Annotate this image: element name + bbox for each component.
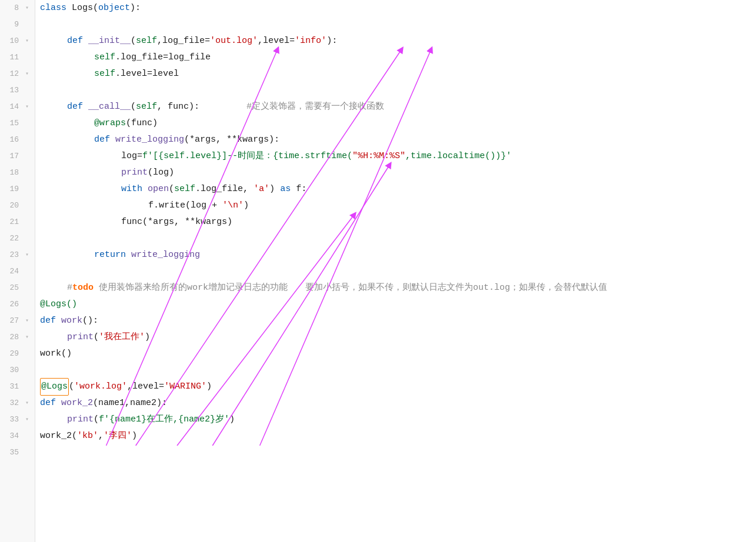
- comment-25-text: 使用装饰器来给所有的work增加记录日志的功能 要加小括号，如果不传，则默认日志…: [99, 280, 607, 296]
- code-line-30: [40, 362, 756, 379]
- fn-print-33: print: [67, 411, 94, 428]
- keyword-with: with: [121, 181, 148, 198]
- fold-31: [22, 382, 32, 392]
- decorator-logs-26: @Logs(): [40, 296, 77, 313]
- fold-17: [22, 152, 32, 161]
- line-num-21: 21: [0, 214, 22, 230]
- keyword-object: object: [98, 0, 130, 16]
- fold-10[interactable]: ▾: [22, 36, 32, 46]
- code-line-8: class Logs(object):: [40, 0, 756, 16]
- fold-19: [22, 185, 32, 194]
- comment-14: #定义装饰器，需要有一个接收函数: [247, 99, 384, 115]
- self-17: self: [164, 148, 185, 165]
- fn-call: __call__: [88, 99, 131, 115]
- fold-32[interactable]: ▾: [22, 399, 32, 408]
- todo-keyword: todo: [72, 280, 99, 296]
- code-line-18: print(log): [40, 165, 756, 181]
- decorator-logs-31: @Logs: [41, 382, 68, 392]
- line-num-10: 10: [0, 33, 22, 49]
- fold-20: [22, 201, 32, 210]
- line-num-33: 33: [0, 411, 22, 428]
- fold-25: [22, 283, 32, 293]
- fold-27[interactable]: ▾: [22, 316, 32, 326]
- fn-write-logging: write_logging: [115, 132, 184, 148]
- fn-open: open: [148, 181, 169, 198]
- fold-12[interactable]: ▾: [22, 69, 32, 79]
- str-kb: 'kb': [77, 428, 98, 444]
- code-line-12: self.level=level: [40, 66, 756, 82]
- fold-33[interactable]: ▾: [22, 415, 32, 424]
- line-num-34: 34: [0, 428, 22, 444]
- keyword-def-10: def: [67, 33, 88, 49]
- line-num-32: 32: [0, 395, 22, 411]
- line-num-20: 20: [0, 198, 22, 214]
- str-lisi: '李四': [104, 428, 132, 444]
- code-line-21: func(*args, **kwargs): [40, 214, 756, 230]
- fold-24: [22, 267, 32, 276]
- fold-29: [22, 349, 32, 359]
- line-num-9: 9: [0, 16, 22, 33]
- line-num-13: 13: [0, 82, 22, 99]
- str-fstring2: f'{name1}在工作,{name2}岁': [99, 411, 229, 428]
- str-working: '我在工作': [99, 329, 145, 346]
- work2-call: work_2(: [40, 428, 77, 444]
- code-line-10: def __init__(self,log_file='out.log',lev…: [40, 33, 756, 49]
- fold-26: [22, 300, 32, 309]
- str-info: 'info': [295, 33, 327, 49]
- line-num-8: 8: [0, 0, 22, 16]
- line-num-28: 28: [0, 329, 22, 346]
- str-a: 'a': [254, 181, 269, 198]
- line-num-35: 35: [0, 444, 22, 461]
- code-line-31: @Logs('work.log',level='WARING'): [40, 379, 756, 395]
- fold-14[interactable]: ▾: [22, 102, 32, 112]
- line-num-30: 30: [0, 362, 22, 379]
- self-11: self: [94, 49, 115, 66]
- fold-9: [22, 20, 32, 29]
- fold-15: [22, 119, 32, 128]
- line-num-18: 18: [0, 165, 22, 181]
- code-line-24: [40, 263, 756, 280]
- str-waring: 'WARING': [164, 379, 207, 395]
- highlight-at-logs: @Logs: [40, 378, 69, 396]
- fold-16: [22, 135, 32, 145]
- self-12: self: [94, 66, 115, 82]
- keyword-def-16: def: [94, 132, 115, 148]
- line-num-23: 23: [0, 247, 22, 263]
- fn-work: work: [61, 313, 82, 329]
- fold-13: [22, 86, 32, 95]
- keyword-class: class: [40, 0, 72, 16]
- line-num-25: 25: [0, 280, 22, 296]
- fold-34: [22, 431, 32, 441]
- str-fstring: f'[{: [142, 148, 164, 165]
- code-line-15: @wraps(func): [40, 115, 756, 132]
- fold-23[interactable]: ▾: [22, 250, 32, 260]
- line-num-26: 26: [0, 296, 22, 313]
- fold-28[interactable]: ▾: [22, 333, 32, 342]
- decorator-wraps: @wraps: [94, 115, 126, 132]
- line-num-15: 15: [0, 115, 22, 132]
- comment-25-hash: #: [67, 280, 72, 296]
- keyword-def-32: def: [40, 395, 61, 411]
- str-outlog: 'out.log': [210, 33, 258, 49]
- line-num-17: 17: [0, 148, 22, 165]
- line-num-19: 19: [0, 181, 22, 198]
- fold-8[interactable]: ▾: [22, 4, 32, 13]
- code-line-14: def __call__(self, func): #定义装饰器，需要有一个接收…: [40, 99, 756, 115]
- code-line-26: @Logs(): [40, 296, 756, 313]
- self-14: self: [136, 99, 157, 115]
- self-10: self: [136, 33, 157, 49]
- code-line-32: def work_2(name1,name2):: [40, 395, 756, 411]
- code-line-22: [40, 230, 756, 247]
- code-line-16: def write_logging(*args, **kwargs):: [40, 132, 756, 148]
- keyword-return: return: [94, 247, 131, 263]
- line-num-12: 12: [0, 66, 22, 82]
- code-line-34: work_2('kb','李四'): [40, 428, 756, 444]
- code-line-35: [40, 444, 756, 461]
- str-newline: '\n': [222, 198, 244, 214]
- fn-print-18: print: [121, 165, 148, 181]
- keyword-def-14: def: [67, 99, 88, 115]
- code-line-33: print(f'{name1}在工作,{name2}岁'): [40, 411, 756, 428]
- code-editor: 8▾ 9 10▾ 11 12▾ 13 14▾ 15 16 17 18 19 20…: [0, 0, 756, 542]
- code-line-25: #todo 使用装饰器来给所有的work增加记录日志的功能 要加小括号，如果不传…: [40, 280, 756, 296]
- classname-logs: Logs(: [72, 0, 98, 16]
